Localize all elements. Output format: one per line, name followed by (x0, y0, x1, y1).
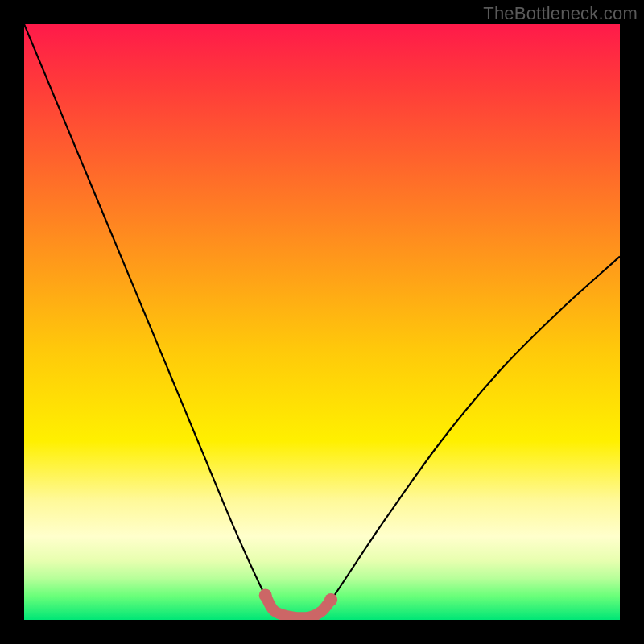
curve-highlight (259, 588, 337, 617)
curve-highlight-endpoint (324, 593, 337, 606)
watermark-text: TheBottleneck.com (483, 3, 638, 24)
bottleneck-curve-path (24, 24, 620, 617)
chart-curve-layer (24, 24, 620, 620)
curve-highlight-endpoint (259, 588, 272, 601)
chart-plot-area (24, 24, 620, 620)
curve-highlight-path (266, 595, 331, 617)
